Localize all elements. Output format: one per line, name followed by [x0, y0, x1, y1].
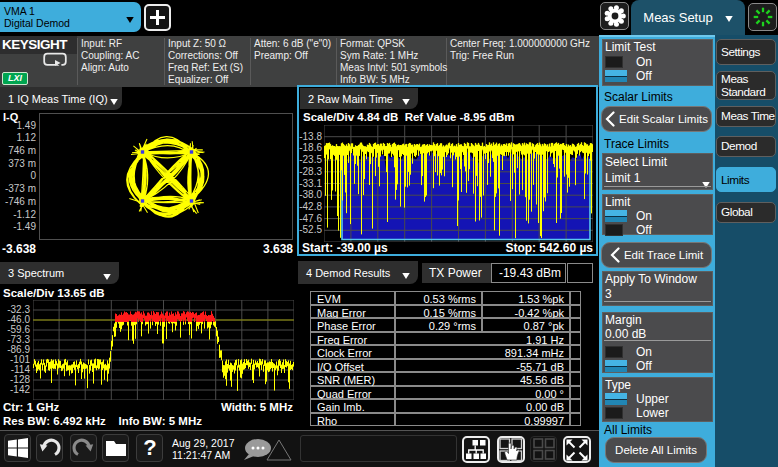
svg-text:?: ? [143, 436, 156, 460]
